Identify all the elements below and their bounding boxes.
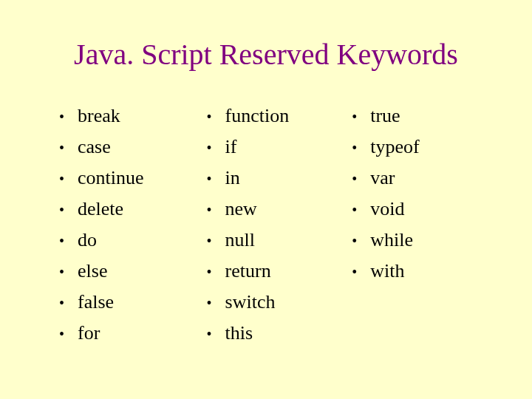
bullet-icon: • [59, 326, 64, 343]
keyword-label: false [78, 291, 114, 313]
keyword-label: in [225, 167, 240, 189]
keyword-label: with [370, 260, 404, 282]
list-item: • void [352, 198, 419, 220]
list-item: • switch [207, 291, 290, 313]
keyword-label: for [78, 322, 100, 344]
list-item: • break [59, 105, 144, 127]
bullet-icon: • [352, 171, 357, 188]
bullet-icon: • [207, 171, 212, 188]
bullet-icon: • [352, 109, 357, 126]
list-item: • return [207, 260, 290, 282]
list-item: • this [207, 322, 290, 344]
bullet-icon: • [207, 202, 212, 219]
keyword-label: else [78, 260, 107, 282]
bullet-icon: • [59, 140, 64, 157]
list-item: • case [59, 136, 144, 158]
list-item: • continue [59, 167, 144, 189]
bullet-icon: • [59, 109, 64, 126]
list-item: • do [59, 229, 144, 251]
list-item: • if [207, 136, 290, 158]
bullet-icon: • [352, 233, 357, 250]
column-2: • function • if • in • new • null • retu… [207, 105, 290, 353]
bullet-icon: • [207, 233, 212, 250]
bullet-icon: • [207, 140, 212, 157]
bullet-icon: • [207, 326, 212, 343]
list-item: • typeof [352, 136, 419, 158]
keyword-label: true [370, 105, 400, 127]
keyword-label: while [370, 229, 413, 251]
bullet-icon: • [352, 264, 357, 281]
list-item: • in [207, 167, 290, 189]
bullet-icon: • [207, 109, 212, 126]
list-item: • false [59, 291, 144, 313]
bullet-icon: • [59, 202, 64, 219]
list-item: • delete [59, 198, 144, 220]
list-item: • function [207, 105, 290, 127]
list-item: • for [59, 322, 144, 344]
keyword-label: function [225, 105, 290, 127]
list-item: • else [59, 260, 144, 282]
list-item: • while [352, 229, 419, 251]
keyword-label: do [78, 229, 97, 251]
bullet-icon: • [59, 171, 64, 188]
list-item: • var [352, 167, 419, 189]
page-title: Java. Script Reserved Keywords [37, 37, 495, 72]
column-3: • true • typeof • var • void • while • w… [352, 105, 419, 353]
keyword-label: break [78, 105, 120, 127]
keyword-label: new [225, 198, 257, 220]
bullet-icon: • [207, 295, 212, 312]
keyword-label: typeof [370, 136, 419, 158]
keyword-label: delete [78, 198, 123, 220]
keyword-label: void [370, 198, 404, 220]
keyword-label: this [225, 322, 253, 344]
bullet-icon: • [59, 233, 64, 250]
list-item: • new [207, 198, 290, 220]
keyword-label: case [78, 136, 111, 158]
list-item: • null [207, 229, 290, 251]
list-item: • true [352, 105, 419, 127]
keyword-label: var [370, 167, 395, 189]
keyword-label: if [225, 136, 237, 158]
bullet-icon: • [59, 264, 64, 281]
bullet-icon: • [352, 202, 357, 219]
keyword-label: return [225, 260, 271, 282]
keyword-columns: • break • case • continue • delete • do … [37, 105, 495, 353]
column-1: • break • case • continue • delete • do … [59, 105, 144, 353]
bullet-icon: • [207, 264, 212, 281]
bullet-icon: • [59, 295, 64, 312]
bullet-icon: • [352, 140, 357, 157]
keyword-label: switch [225, 291, 276, 313]
keyword-label: continue [78, 167, 144, 189]
keyword-label: null [225, 229, 255, 251]
list-item: • with [352, 260, 419, 282]
